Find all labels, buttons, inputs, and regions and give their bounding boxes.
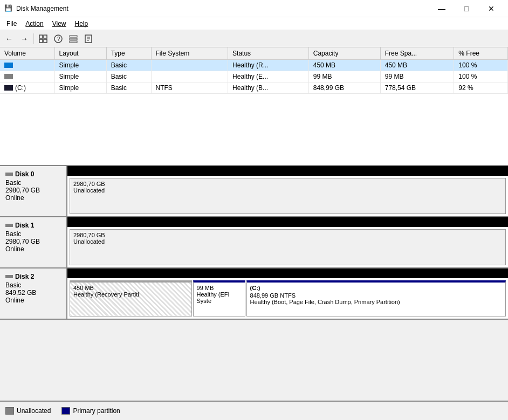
cell-pct: 92 % [454,82,508,94]
cell-free: 99 MB [380,71,454,82]
app-icon: 💾 [4,4,13,13]
cell-layout: Simple [54,82,106,94]
legend-unallocated-label: Unallocated [17,407,51,415]
disk-2-recovery-size: 450 MB [73,285,188,291]
minimize-button[interactable]: — [429,0,454,17]
col-freespace[interactable]: Free Spa... [380,47,454,60]
cell-filesystem [151,71,228,82]
disk-2-size: 849,52 GB [5,289,61,297]
disk-0-icon [5,173,13,176]
disk-1-partitions: 2980,70 GB Unallocated [67,227,508,267]
disk-2-recovery[interactable]: 450 MB Healthy (Recovery Partiti [70,280,192,316]
disk-1-unallocated[interactable]: 2980,70 GB Unallocated [70,229,506,265]
col-type[interactable]: Type [106,47,151,60]
col-status[interactable]: Status [228,47,309,60]
disk-2-c[interactable]: (C:) 848,99 GB NTFS Healthy (Boot, Page … [246,280,506,316]
disk-0-black-bar [67,166,508,176]
disk-0-row: Disk 0 Basic 2980,70 GB Online 2980,70 G… [0,166,508,217]
grid-button[interactable] [36,32,50,45]
view-button[interactable] [66,32,80,45]
cell-type: Basic [106,60,151,71]
main-area: Volume Layout Type File System Status Ca… [0,47,508,401]
disk-2-efi-size: 99 MB [197,285,242,291]
svg-rect-1 [44,35,47,38]
properties-button[interactable] [81,32,95,45]
disk-0-id: Disk 0 [15,170,34,178]
disk-2-efi[interactable]: 99 MB Healthy (EFI Syste [193,280,245,316]
disk-2-label: Disk 2 Basic 849,52 GB Online [0,268,67,319]
svg-rect-0 [39,35,43,38]
disk-2-c-desc: Healthy (Boot, Page File, Crash Dump, Pr… [250,299,502,305]
disk-2-type: Basic [5,281,61,289]
menu-file[interactable]: File [2,19,21,29]
disk-0-content: 2980,70 GB Unallocated [67,166,508,216]
volume-table-section: Volume Layout Type File System Status Ca… [0,47,508,166]
cell-type: Basic [106,82,151,94]
disk-2-title: Disk 2 [5,273,61,280]
disk-1-black-bar [67,217,508,227]
cell-type: Basic [106,71,151,82]
col-pctfree[interactable]: % Free [454,47,508,60]
disk-2-c-name: (C:) [250,285,502,291]
cell-volume [0,71,54,82]
col-volume[interactable]: Volume [0,47,54,60]
table-header-row: Volume Layout Type File System Status Ca… [0,47,508,60]
maximize-button[interactable]: □ [454,0,479,17]
table-row[interactable]: SimpleBasicHealthy (R...450 MB450 MB100 … [0,60,508,71]
cell-free: 450 MB [380,60,454,71]
table-row[interactable]: (C:)SimpleBasicNTFSHealthy (B...848,99 G… [0,82,508,94]
legend-primary-box [61,407,70,415]
table-row[interactable]: SimpleBasicHealthy (E...99 MB99 MB100 % [0,71,508,82]
disk-1-unallocated-size: 2980,70 GB [73,232,502,238]
col-filesystem[interactable]: File System [151,47,228,60]
disk-0-title: Disk 0 [5,170,61,178]
close-button[interactable]: ✕ [479,0,504,17]
toolbar-separator-1 [33,33,34,44]
disk-0-unallocated[interactable]: 2980,70 GB Unallocated [70,178,506,214]
disk-2-partitions: 450 MB Healthy (Recovery Partiti 99 MB H… [67,278,508,319]
cell-pct: 100 % [454,60,508,71]
back-button[interactable]: ← [2,32,16,45]
cell-status: Healthy (R... [228,60,309,71]
menu-help[interactable]: Help [71,19,93,29]
disk-0-size: 2980,70 GB [5,187,61,194]
disk-1-status: Online [5,245,61,253]
disk-2-id: Disk 2 [15,273,34,280]
disk-0-label: Disk 0 Basic 2980,70 GB Online [0,166,67,216]
disk-2-content: 450 MB Healthy (Recovery Partiti 99 MB H… [67,268,508,319]
toolbar: ← → ? [0,30,508,47]
cell-pct: 100 % [454,71,508,82]
legend-unallocated-box [5,407,14,415]
cell-volume: (C:) [0,82,54,94]
disk-1-id: Disk 1 [15,222,34,229]
disk-2-c-size: 848,99 GB NTFS [250,292,502,299]
cell-volume [0,60,54,71]
disk-2-black-bar [67,268,508,278]
col-layout[interactable]: Layout [54,47,106,60]
help-icon: ? [54,35,63,43]
disk-2-row: Disk 2 Basic 849,52 GB Online 450 MB Hea… [0,268,508,320]
disk-1-title: Disk 1 [5,222,61,229]
menu-view[interactable]: View [48,19,71,29]
disk-0-status: Online [5,194,61,202]
help-button[interactable]: ? [51,32,65,45]
window-controls: — □ ✕ [429,0,504,17]
cell-status: Healthy (E... [228,71,309,82]
disk-1-row: Disk 1 Basic 2980,70 GB Online 2980,70 G… [0,217,508,268]
disk-1-unallocated-label: Unallocated [73,238,502,245]
disk-2-recovery-desc: Healthy (Recovery Partiti [73,291,188,298]
disk-1-content: 2980,70 GB Unallocated [67,217,508,267]
forward-button[interactable]: → [17,32,31,45]
disk-1-icon [5,224,13,227]
menu-action[interactable]: Action [21,19,47,29]
properties-icon [84,35,93,43]
svg-text:?: ? [57,36,60,42]
disk-0-type: Basic [5,179,61,187]
menu-bar: File Action View Help [0,17,508,30]
disk-1-label: Disk 1 Basic 2980,70 GB Online [0,217,67,267]
col-capacity[interactable]: Capacity [308,47,380,60]
disk-2-efi-desc: Healthy (EFI Syste [197,291,242,304]
legend-bar: Unallocated Primary partition [0,401,508,420]
disk-section: Disk 0 Basic 2980,70 GB Online 2980,70 G… [0,166,508,401]
cell-filesystem [151,60,228,71]
